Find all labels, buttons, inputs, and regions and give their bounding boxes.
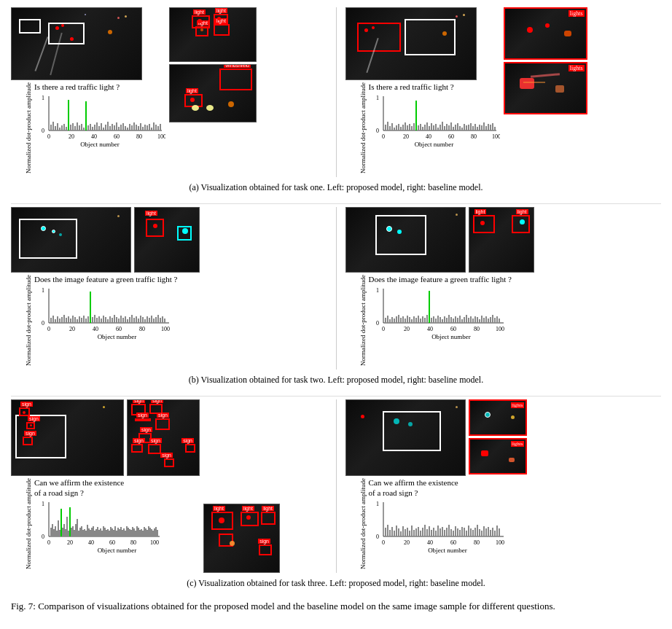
svg-rect-13 bbox=[57, 123, 58, 130]
svg-rect-89 bbox=[424, 125, 426, 130]
chart-a-right: Normalized dot-product amplitude Is ther… bbox=[345, 82, 500, 177]
svg-rect-388 bbox=[485, 528, 487, 536]
question-b-right: Does the image feature a green traffic l… bbox=[369, 275, 534, 284]
svg-rect-235 bbox=[472, 319, 474, 323]
svg-rect-321 bbox=[142, 531, 144, 536]
svg-rect-96 bbox=[439, 125, 441, 130]
svg-text:100: 100 bbox=[492, 133, 500, 140]
svg-rect-290 bbox=[97, 527, 98, 536]
svg-rect-216 bbox=[431, 318, 432, 323]
svg-rect-30 bbox=[94, 125, 95, 130]
svg-rect-363 bbox=[431, 530, 432, 536]
svg-text:20: 20 bbox=[404, 539, 410, 546]
main-image-a-left bbox=[11, 7, 142, 80]
svg-rect-34 bbox=[103, 128, 104, 130]
svg-rect-93 bbox=[433, 125, 434, 130]
svg-rect-278 bbox=[79, 528, 81, 536]
svg-text:0: 0 bbox=[47, 539, 50, 546]
svg-rect-342 bbox=[385, 528, 386, 536]
svg-rect-354 bbox=[411, 526, 413, 536]
svg-rect-296 bbox=[106, 530, 107, 536]
svg-rect-366 bbox=[437, 526, 439, 536]
svg-rect-389 bbox=[488, 527, 489, 536]
svg-rect-285 bbox=[90, 530, 91, 536]
svg-rect-85 bbox=[415, 101, 417, 130]
svg-rect-98 bbox=[444, 126, 445, 130]
svg-text:1: 1 bbox=[376, 501, 379, 507]
svg-rect-115 bbox=[481, 125, 482, 130]
svg-text:80: 80 bbox=[130, 539, 136, 546]
svg-rect-161 bbox=[114, 315, 115, 323]
label-light-5: light bbox=[186, 88, 198, 93]
svg-rect-224 bbox=[448, 315, 450, 323]
left-half-b: light Normalized dot-product amplitude D… bbox=[11, 207, 327, 370]
chart-svg-c-right: 0 1 0 20 40 60 80 100 bbox=[369, 499, 507, 546]
svg-text:60: 60 bbox=[450, 539, 456, 546]
svg-rect-206 bbox=[409, 317, 410, 323]
svg-rect-205 bbox=[407, 316, 408, 323]
svg-rect-315 bbox=[133, 528, 135, 536]
svg-rect-162 bbox=[116, 317, 117, 323]
label-lights-2: lights bbox=[569, 65, 585, 71]
svg-text:0: 0 bbox=[42, 128, 44, 134]
svg-rect-226 bbox=[453, 319, 454, 323]
svg-rect-90 bbox=[426, 122, 428, 130]
svg-rect-44 bbox=[125, 126, 126, 130]
svg-rect-76 bbox=[396, 125, 397, 130]
section-c-row: sign sign sign bbox=[11, 399, 661, 573]
svg-rect-176 bbox=[146, 316, 148, 323]
svg-rect-199 bbox=[394, 319, 395, 323]
svg-rect-330 bbox=[155, 527, 157, 536]
svg-rect-77 bbox=[398, 124, 399, 130]
svg-text:100: 100 bbox=[157, 133, 165, 140]
chart-b-left: Normalized dot-product amplitude Does th… bbox=[11, 275, 200, 370]
svg-text:80: 80 bbox=[139, 326, 145, 332]
label-sign-c3: sign bbox=[24, 431, 36, 436]
svg-text:100: 100 bbox=[161, 326, 170, 332]
svg-rect-48 bbox=[133, 122, 135, 130]
svg-rect-225 bbox=[450, 317, 452, 323]
svg-rect-172 bbox=[138, 319, 139, 323]
svg-rect-265 bbox=[60, 509, 62, 536]
svg-rect-114 bbox=[479, 125, 480, 130]
small-image-c-right-1: lights bbox=[469, 399, 527, 436]
svg-rect-305 bbox=[119, 529, 120, 536]
svg-rect-357 bbox=[418, 527, 419, 536]
left-half-c: sign sign sign bbox=[11, 399, 327, 573]
svg-text:1: 1 bbox=[376, 287, 379, 294]
section-a-row: Normalized dot-product amplitude Is ther… bbox=[11, 7, 661, 177]
svg-rect-43 bbox=[122, 123, 124, 130]
svg-rect-200 bbox=[396, 316, 397, 323]
chart-svg-b-right: 0 1 0 20 40 60 80 100 bbox=[369, 285, 507, 332]
svg-rect-223 bbox=[446, 318, 448, 323]
panel-left-c-right: lights lights bbox=[345, 399, 527, 573]
svg-rect-87 bbox=[420, 124, 421, 130]
main-image-a-right bbox=[345, 7, 477, 80]
chart-svg-c-left: 0 1 0 20 40 60 80 100 bbox=[34, 499, 162, 546]
svg-rect-40 bbox=[116, 122, 117, 130]
svg-rect-390 bbox=[490, 530, 491, 536]
svg-rect-343 bbox=[387, 525, 388, 536]
label-light-1: light bbox=[193, 9, 206, 15]
svg-text:0: 0 bbox=[42, 534, 44, 540]
chart-svg-a-left: 0 1 0 20 40 60 80 100 bbox=[34, 93, 165, 140]
svg-rect-242 bbox=[488, 319, 489, 323]
svg-rect-178 bbox=[151, 316, 152, 323]
svg-rect-50 bbox=[138, 126, 139, 130]
svg-rect-41 bbox=[118, 127, 120, 130]
svg-rect-149 bbox=[87, 316, 89, 323]
svg-rect-117 bbox=[485, 126, 487, 130]
svg-rect-18 bbox=[68, 100, 69, 130]
svg-rect-208 bbox=[413, 316, 415, 323]
svg-text:1: 1 bbox=[42, 95, 44, 101]
svg-rect-25 bbox=[83, 128, 85, 130]
svg-text:100: 100 bbox=[496, 326, 504, 332]
svg-rect-370 bbox=[446, 528, 448, 536]
chart-ylabel-b-left: Normalized dot-product amplitude bbox=[11, 275, 33, 370]
caption-c: (c) Visualization obtained for task thre… bbox=[11, 578, 661, 589]
question-c-2: of a road sign ? bbox=[34, 488, 200, 497]
chart-area-a-right: Is there a red traffic light ? 0 1 0 20 bbox=[369, 82, 500, 148]
svg-rect-140 bbox=[68, 316, 69, 323]
panel-left-b: light Normalized dot-product amplitude D… bbox=[11, 207, 200, 370]
svg-rect-261 bbox=[55, 526, 56, 536]
